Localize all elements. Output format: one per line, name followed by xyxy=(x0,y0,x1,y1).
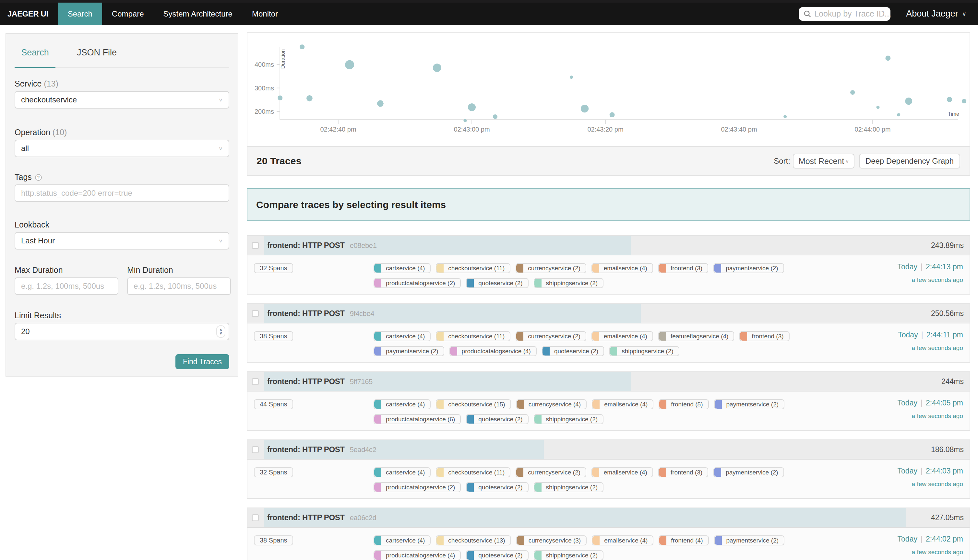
trace-timestamp-block: Today|2:44:02 pm a few seconds ago xyxy=(898,535,963,556)
scatter-point[interactable] xyxy=(876,106,880,109)
lookback-select[interactable]: Last Hour∨ xyxy=(15,232,229,250)
service-color-swatch xyxy=(740,332,747,341)
chevron-down-icon: ∨ xyxy=(219,97,223,103)
number-stepper[interactable]: ∧∨ xyxy=(216,325,225,338)
scatter-point[interactable] xyxy=(897,113,900,116)
scatter-point[interactable] xyxy=(306,95,312,102)
scatter-point[interactable] xyxy=(610,112,615,117)
scatter-point[interactable] xyxy=(581,105,589,112)
scatter-point[interactable] xyxy=(300,44,304,49)
scatter-point[interactable] xyxy=(885,55,890,61)
lookback-group: Lookback Last Hour∨ xyxy=(15,220,229,230)
trace-result-card[interactable]: frontend: HTTP POST5ff7165 244ms 44 Span… xyxy=(247,372,970,431)
service-chip: quoteservice (2) xyxy=(466,278,528,288)
service-count: (13) xyxy=(44,79,58,88)
limit-results-label: Limit Results xyxy=(15,311,229,320)
service-chip: frontend (3) xyxy=(658,467,708,477)
trace-card-body[interactable]: 44 Spans cartservice (4)checkoutservice … xyxy=(247,392,970,430)
trace-select-checkbox[interactable] xyxy=(252,378,259,385)
trace-result-card[interactable]: frontend: HTTP POSTea06c2d 427.05ms 38 S… xyxy=(247,508,970,560)
scatter-point[interactable] xyxy=(570,75,573,79)
service-chip: productcatalogservice (2) xyxy=(374,482,461,492)
trace-select-checkbox[interactable] xyxy=(252,242,259,249)
tab-search[interactable]: Search xyxy=(15,38,55,67)
trace-card-body[interactable]: 32 Spans cartservice (4)checkoutservice … xyxy=(247,460,970,498)
max-duration-input[interactable]: e.g. 1.2s, 100ms, 500us xyxy=(15,277,118,295)
scatter-point[interactable] xyxy=(377,100,384,107)
service-chip: shippingservice (2) xyxy=(534,278,604,288)
service-chip: cartservice (4) xyxy=(374,535,431,545)
scatter-point[interactable] xyxy=(468,103,476,111)
brand-jaeger-ui[interactable]: JAEGER UI xyxy=(0,3,58,25)
service-color-swatch xyxy=(436,400,444,409)
trace-duration: 250.56ms xyxy=(931,309,964,318)
tags-input[interactable]: http.status_code=200 error=true xyxy=(15,184,229,202)
trace-result-card[interactable]: frontend: HTTP POSTe08ebe1 243.89ms 32 S… xyxy=(247,235,970,295)
service-chip: quoteservice (2) xyxy=(466,414,528,424)
help-icon[interactable]: ? xyxy=(35,174,42,181)
trace-select-checkbox[interactable] xyxy=(252,514,259,521)
service-chip: quoteservice (2) xyxy=(542,346,604,356)
deep-dependency-graph-button[interactable]: Deep Dependency Graph xyxy=(859,153,960,168)
tab-json-file[interactable]: JSON File xyxy=(73,38,120,67)
max-duration-placeholder: e.g. 1.2s, 100ms, 500us xyxy=(21,282,104,291)
service-color-swatch xyxy=(517,536,524,545)
timestamp-separator: | xyxy=(917,398,926,407)
service-chip: paymentservice (2) xyxy=(713,467,784,477)
scatter-point[interactable] xyxy=(783,115,787,118)
scatter-point[interactable] xyxy=(493,114,497,119)
service-chip: frontend (3) xyxy=(658,263,708,273)
trace-card-header[interactable]: frontend: HTTP POSTe08ebe1 243.89ms xyxy=(247,236,970,255)
compare-banner: Compare traces by selecting result items xyxy=(247,188,970,221)
trace-select-checkbox[interactable] xyxy=(252,446,259,453)
trace-card-body[interactable]: 38 Spans cartservice (4)checkoutservice … xyxy=(247,528,970,560)
scatter-point[interactable] xyxy=(463,119,467,122)
scatter-point[interactable] xyxy=(433,63,441,72)
trace-select-checkbox[interactable] xyxy=(252,310,259,317)
nav-item-monitor[interactable]: Monitor xyxy=(242,3,288,25)
find-traces-button[interactable]: Find Traces xyxy=(175,354,229,369)
x-tick-label: 02:43:40 pm xyxy=(721,126,757,133)
scatter-point[interactable] xyxy=(947,97,952,102)
trace-result-card[interactable]: frontend: HTTP POST5ead4c2 186.08ms 32 S… xyxy=(247,440,970,499)
trace-id: 5ff7165 xyxy=(350,378,372,386)
about-jaeger-menu[interactable]: About Jaeger∨ xyxy=(890,3,978,25)
trace-card-body[interactable]: 38 Spans cartservice (4)checkoutservice … xyxy=(247,323,970,362)
nav-item-compare[interactable]: Compare xyxy=(102,3,154,25)
scatter-point[interactable] xyxy=(962,99,966,103)
service-chip: checkoutservice (15) xyxy=(436,399,511,409)
trace-time: 2:44:11 pm xyxy=(926,330,963,339)
operation-select[interactable]: all∨ xyxy=(15,140,229,157)
trace-title: frontend: HTTP POSTea06c2d xyxy=(267,513,376,522)
service-color-swatch xyxy=(542,347,550,355)
results-header-bar: 20 Traces Sort: Most Recent∨ Deep Depend… xyxy=(247,147,970,176)
nav-item-search[interactable]: Search xyxy=(58,3,102,25)
trace-card-header[interactable]: frontend: HTTP POST9f4cbe4 250.56ms xyxy=(247,304,970,323)
trace-result-card[interactable]: frontend: HTTP POST9f4cbe4 250.56ms 38 S… xyxy=(247,303,970,363)
trace-count-heading: 20 Traces xyxy=(257,155,302,167)
y-tick-label: 200ms xyxy=(255,108,274,115)
min-duration-input[interactable]: e.g. 1.2s, 100ms, 500us xyxy=(127,277,231,295)
sort-select[interactable]: Most Recent∨ xyxy=(793,153,854,168)
scatter-point[interactable] xyxy=(277,95,282,100)
trace-card-header[interactable]: frontend: HTTP POST5ead4c2 186.08ms xyxy=(247,440,970,460)
scatter-point[interactable] xyxy=(345,60,354,69)
service-color-swatch xyxy=(374,415,381,423)
tags-placeholder: http.status_code=200 error=true xyxy=(21,188,132,198)
operation-group: Operation (10) all∨ xyxy=(15,128,229,137)
trace-card-body[interactable]: 32 Spans cartservice (4)checkoutservice … xyxy=(247,255,970,294)
trace-date: Today xyxy=(898,262,917,271)
scatter-point[interactable] xyxy=(905,98,912,105)
service-select[interactable]: checkoutservice∨ xyxy=(15,91,229,108)
scatter-point[interactable] xyxy=(850,90,855,95)
trace-relative-time: a few seconds ago xyxy=(898,277,963,283)
trace-id: 5ead4c2 xyxy=(350,446,377,454)
trace-card-header[interactable]: frontend: HTTP POSTea06c2d 427.05ms xyxy=(247,508,970,528)
limit-results-input[interactable]: 20 ∧∨ xyxy=(15,323,229,340)
min-duration-label: Min Duration xyxy=(127,265,231,275)
span-count-chip: 44 Spans xyxy=(254,399,293,409)
search-sidebar: Search JSON File Service (13) checkoutse… xyxy=(5,33,238,377)
trace-card-header[interactable]: frontend: HTTP POST5ff7165 244ms xyxy=(247,372,970,392)
nav-item-system-architecture[interactable]: System Architecture xyxy=(154,3,242,25)
trace-lookup-input[interactable]: Lookup by Trace ID... xyxy=(799,7,890,21)
